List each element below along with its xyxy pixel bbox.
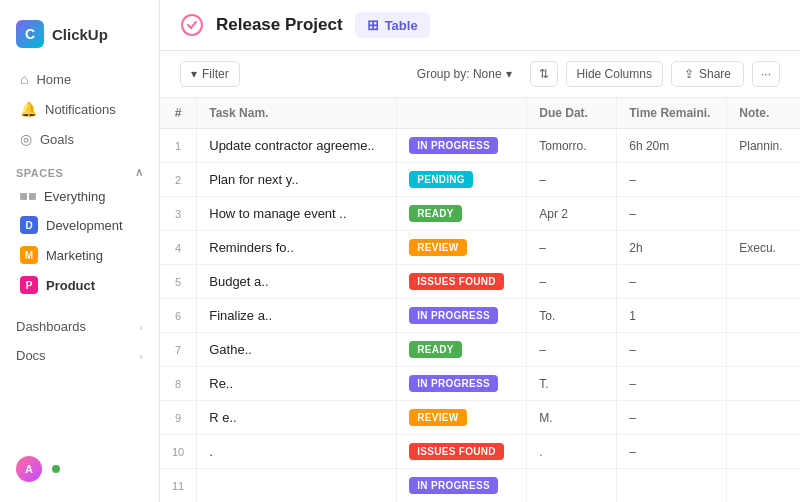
sidebar-item-product[interactable]: P Product [4,270,155,300]
share-button[interactable]: ⇪ Share [671,61,744,87]
main-content: Release Project ⊞ Table ▾ Filter Group b… [160,0,800,502]
user-profile[interactable]: A [0,448,159,490]
due-date-cell: – [527,163,617,197]
app-name: ClickUp [52,26,108,43]
chevron-right-icon: › [139,350,143,362]
project-icon [180,13,204,37]
sidebar-item-development[interactable]: D Development [4,210,155,240]
docs-label: Docs [16,348,46,363]
sidebar-item-home[interactable]: ⌂ Home [4,64,155,94]
status-badge: IN PROGRESS [409,375,498,392]
sidebar-item-label: Product [46,278,95,293]
time-remaining-cell: – [617,435,727,469]
table-view-tab[interactable]: ⊞ Table [355,12,430,38]
sidebar-item-dashboards[interactable]: Dashboards › [0,312,159,341]
task-name: Update contractor agreeme.. [209,138,374,153]
table-row[interactable]: 8Re..IN PROGRESST.– [160,367,800,401]
task-name: Plan for next y.. [209,172,298,187]
due-date-cell: – [527,231,617,265]
sidebar-item-label: Home [36,72,71,87]
notes-cell: Plannin. [727,129,800,163]
table-header-row: # Task Nam. Due Dat. Time Remaini. Note. [160,98,800,129]
task-table-container[interactable]: # Task Nam. Due Dat. Time Remaini. Note.… [160,98,800,502]
col-header-notes[interactable]: Note. [727,98,800,129]
table-row[interactable]: 2Plan for next y..PENDING–– [160,163,800,197]
table-row[interactable]: 6Finalize a..IN PROGRESSTo.1 [160,299,800,333]
spaces-chevron[interactable]: ∧ [135,166,144,179]
project-title: Release Project [216,15,343,35]
task-name-cell: Re.. [197,367,397,401]
time-remaining-cell: – [617,401,727,435]
toolbar: ▾ Filter Group by: None ▾ ⇅ Hide Columns… [160,51,800,98]
dev-space-icon: D [20,216,38,234]
status-badge: ISSUES FOUND [409,273,504,290]
task-name-cell [197,469,397,503]
status-badge: REVIEW [409,239,466,256]
row-num: 4 [160,231,197,265]
notes-cell [727,435,800,469]
table-row[interactable]: 7Gathe..READY–– [160,333,800,367]
dropdown-icon: ▾ [506,67,512,81]
group-by-button[interactable]: Group by: None ▾ [407,62,522,86]
table-row[interactable]: 5Budget a..ISSUES FOUND–– [160,265,800,299]
task-name: Reminders fo.. [209,240,294,255]
sidebar-item-notifications[interactable]: 🔔 Notifications [4,94,155,124]
task-name: Finalize a.. [209,308,272,323]
table-row[interactable]: 11IN PROGRESS [160,469,800,503]
table-icon: ⊞ [367,17,379,33]
more-options-button[interactable]: ··· [752,61,780,87]
due-date-cell: T. [527,367,617,401]
table-row[interactable]: 4Reminders fo..REVIEW–2hExecu. [160,231,800,265]
sidebar: C ClickUp ⌂ Home 🔔 Notifications ◎ Goals… [0,0,160,502]
row-num: 1 [160,129,197,163]
status-cell: REVIEW [397,231,527,265]
sidebar-item-docs[interactable]: Docs › [0,341,159,370]
status-cell: READY [397,333,527,367]
table-row[interactable]: 3How to manage event ..READYApr 2– [160,197,800,231]
chevron-right-icon: › [139,321,143,333]
task-name-cell: How to manage event .. [197,197,397,231]
task-name: Gathe.. [209,342,252,357]
sidebar-item-marketing[interactable]: M Marketing [4,240,155,270]
notes-cell [727,299,800,333]
time-remaining-cell [617,469,727,503]
notes-cell: Execu. [727,231,800,265]
notes-cell [727,333,800,367]
status-badge: PENDING [409,171,473,188]
sidebar-item-label: Goals [40,132,74,147]
app-logo[interactable]: C ClickUp [0,12,159,64]
status-badge: IN PROGRESS [409,137,498,154]
col-header-due[interactable]: Due Dat. [527,98,617,129]
task-name: How to manage event .. [209,206,346,221]
table-row[interactable]: 9R e..REVIEWM.– [160,401,800,435]
notes-cell [727,197,800,231]
status-badge: IN PROGRESS [409,477,498,494]
status-cell: IN PROGRESS [397,129,527,163]
due-date-cell: – [527,265,617,299]
task-name-cell: . [197,435,397,469]
due-date-cell: M. [527,401,617,435]
time-remaining-cell: 6h 20m [617,129,727,163]
table-row[interactable]: 10.ISSUES FOUND.– [160,435,800,469]
sidebar-item-label: Marketing [46,248,103,263]
top-header: Release Project ⊞ Table [160,0,800,51]
table-row[interactable]: 1Update contractor agreeme..IN PROGRESST… [160,129,800,163]
row-num: 11 [160,469,197,503]
col-header-time[interactable]: Time Remaini. [617,98,727,129]
task-table: # Task Nam. Due Dat. Time Remaini. Note.… [160,98,800,502]
status-cell: ISSUES FOUND [397,265,527,299]
status-badge: IN PROGRESS [409,307,498,324]
home-icon: ⌂ [20,71,28,87]
sidebar-item-everything[interactable]: Everything [4,183,155,210]
filter-button[interactable]: ▾ Filter [180,61,240,87]
task-name-cell: Finalize a.. [197,299,397,333]
col-header-task[interactable]: Task Nam. [197,98,397,129]
task-name-cell: Gathe.. [197,333,397,367]
status-cell: ISSUES FOUND [397,435,527,469]
task-name-cell: Plan for next y.. [197,163,397,197]
hide-columns-button[interactable]: Hide Columns [566,61,663,87]
sidebar-item-goals[interactable]: ◎ Goals [4,124,155,154]
sort-button[interactable]: ⇅ [530,61,558,87]
task-name: . [209,444,213,459]
due-date-cell: . [527,435,617,469]
